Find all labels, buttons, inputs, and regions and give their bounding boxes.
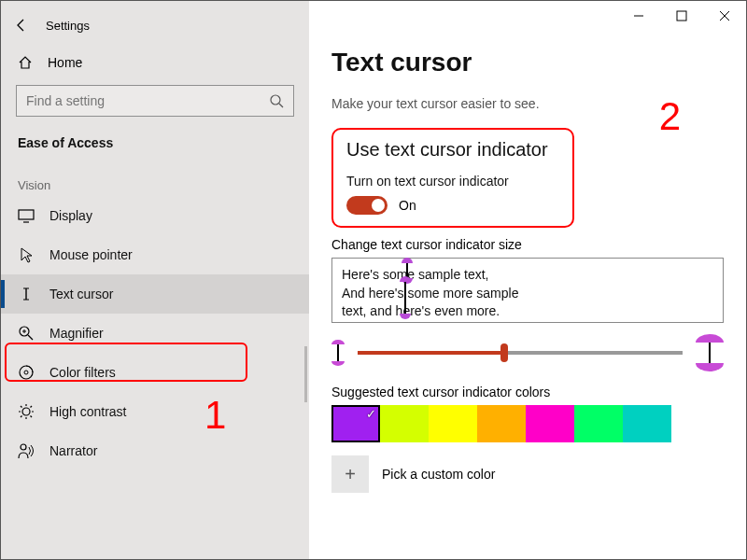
- sidebar-scrollbar[interactable]: [304, 346, 307, 402]
- home-label: Home: [48, 55, 82, 70]
- size-slider-row: [331, 334, 724, 371]
- suggested-colors-label: Suggested text cursor indicator colors: [331, 385, 724, 399]
- preview-line: Here's some sample text,: [342, 266, 713, 285]
- add-custom-color-button[interactable]: +: [331, 455, 369, 493]
- text-cursor-icon: [18, 286, 35, 302]
- indicator-toggle-row: On: [346, 196, 559, 215]
- size-label: Change text cursor indicator size: [331, 237, 724, 252]
- sidebar-item-label: Mouse pointer: [49, 247, 133, 262]
- size-min-icon: [331, 340, 345, 366]
- high-contrast-icon: [18, 403, 35, 420]
- group-label: Vision: [1, 169, 309, 196]
- sidebar-item-label: Narrator: [49, 443, 97, 458]
- sidebar-item-high-contrast[interactable]: High contrast: [1, 392, 309, 431]
- color-swatch[interactable]: [623, 405, 671, 442]
- svg-rect-22: [677, 11, 686, 21]
- sidebar-item-label: Color filters: [49, 365, 116, 380]
- svg-line-6: [28, 335, 33, 340]
- indicator-toggle[interactable]: [346, 196, 388, 215]
- svg-line-19: [31, 406, 33, 408]
- section-label: Ease of Access: [1, 130, 309, 169]
- color-swatch[interactable]: [574, 405, 623, 442]
- indicator-toggle-label: Turn on text cursor indicator: [346, 174, 559, 189]
- sidebar-item-label: Text cursor: [49, 287, 113, 301]
- search-input[interactable]: [26, 93, 261, 108]
- sidebar-item-color-filters[interactable]: Color filters: [1, 353, 309, 392]
- color-swatch-row: [331, 405, 724, 442]
- color-swatch[interactable]: [429, 405, 477, 442]
- color-swatch[interactable]: [380, 405, 429, 442]
- annotation-box-2: Use text cursor indicator Turn on text c…: [331, 128, 574, 228]
- svg-line-1: [279, 104, 283, 107]
- indicator-toggle-state: On: [399, 198, 416, 213]
- custom-color-row: + Pick a custom color: [331, 455, 724, 493]
- magnifier-icon: [18, 325, 35, 342]
- settings-window: Settings Home Ease of Access Vision Disp…: [0, 0, 747, 560]
- sidebar: Settings Home Ease of Access Vision Disp…: [1, 1, 309, 559]
- page-subtitle: Make your text cursor easier to see.: [331, 96, 724, 111]
- window-title: Settings: [46, 19, 90, 33]
- size-slider-thumb[interactable]: [500, 343, 508, 362]
- back-icon[interactable]: [14, 18, 29, 33]
- sidebar-item-home[interactable]: Home: [1, 46, 309, 79]
- indicator-heading: Use text cursor indicator: [346, 139, 559, 161]
- maximize-button[interactable]: [660, 1, 703, 31]
- home-icon: [18, 55, 33, 70]
- display-icon: [18, 207, 35, 224]
- sidebar-item-label: Display: [49, 208, 92, 223]
- color-filters-icon: [18, 364, 35, 381]
- search-box[interactable]: [16, 85, 294, 117]
- svg-point-0: [271, 95, 280, 105]
- search-icon: [269, 93, 284, 108]
- svg-point-20: [21, 444, 26, 450]
- pointer-icon: [18, 246, 35, 263]
- minimize-button[interactable]: [617, 1, 660, 31]
- svg-line-18: [21, 416, 22, 418]
- svg-line-17: [31, 416, 33, 418]
- preview-line: text, and here's even more.: [342, 302, 713, 321]
- narrator-icon: [18, 442, 35, 459]
- color-swatch[interactable]: [526, 405, 574, 442]
- svg-point-10: [24, 371, 28, 374]
- size-slider[interactable]: [358, 351, 683, 355]
- cursor-preview: Here's some sample text, And here's some…: [331, 258, 724, 323]
- svg-point-11: [22, 408, 30, 415]
- sidebar-item-mouse-pointer[interactable]: Mouse pointer: [1, 235, 309, 274]
- custom-color-label: Pick a custom color: [382, 467, 495, 482]
- sidebar-item-display[interactable]: Display: [1, 196, 309, 235]
- titlebar-left: Settings: [1, 10, 309, 46]
- svg-rect-2: [19, 210, 34, 219]
- sidebar-item-narrator[interactable]: Narrator: [1, 431, 309, 470]
- color-swatch[interactable]: [477, 405, 526, 442]
- close-button[interactable]: [703, 1, 746, 31]
- sidebar-item-label: Magnifier: [49, 326, 104, 341]
- preview-line: And here's some more sample: [342, 285, 713, 303]
- main-content: Text cursor Make your text cursor easier…: [309, 1, 746, 559]
- svg-line-16: [21, 406, 22, 408]
- color-swatch[interactable]: [331, 405, 380, 442]
- page-title: Text cursor: [331, 48, 724, 77]
- size-max-icon: [696, 334, 724, 371]
- sidebar-item-text-cursor[interactable]: Text cursor: [1, 274, 309, 314]
- window-controls: [617, 1, 746, 31]
- sidebar-item-magnifier[interactable]: Magnifier: [1, 314, 309, 353]
- sidebar-item-label: High contrast: [49, 404, 126, 419]
